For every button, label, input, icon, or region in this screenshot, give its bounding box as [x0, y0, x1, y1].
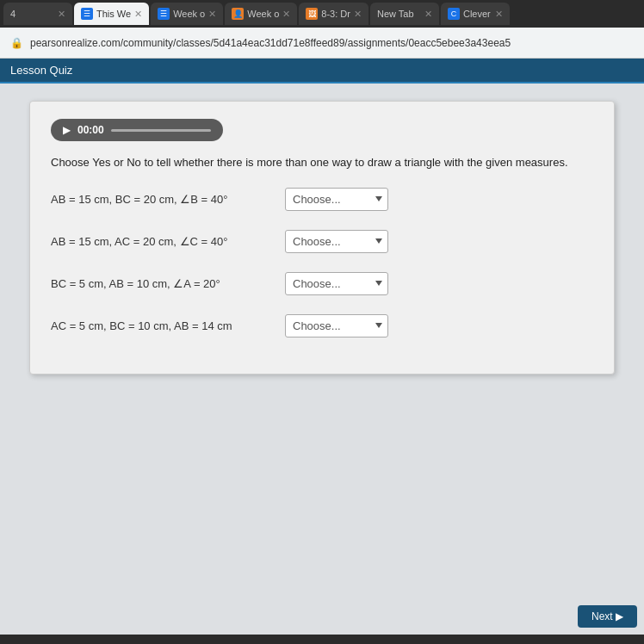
question-text-3: BC = 5 cm, AB = 10 cm, ∠A = 20° — [51, 277, 275, 290]
tab-clever[interactable]: C Clever ✕ — [441, 3, 510, 25]
tab-8-3[interactable]: 🖼 8-3: Dr ✕ — [299, 3, 368, 25]
tab-clever-icon: C — [448, 8, 460, 20]
tab-clever-close[interactable]: ✕ — [495, 9, 503, 20]
tab-week-o-1[interactable]: ☰ Week o ✕ — [151, 3, 223, 25]
question-text-2: AB = 15 cm, AC = 20 cm, ∠C = 40° — [51, 235, 275, 248]
question-select-3[interactable]: Choose... Yes No — [285, 272, 388, 295]
tab-4-close[interactable]: ✕ — [58, 9, 65, 20]
address-bar: 🔒 pearsonrealize.com/community/classes/5… — [0, 28, 644, 59]
question-row-4: AC = 5 cm, BC = 10 cm, AB = 14 cm Choose… — [51, 314, 593, 337]
tab-this-we-icon: ☰ — [81, 8, 93, 20]
tab-new-tab-close[interactable]: ✕ — [424, 9, 432, 20]
tab-week-o-1-close[interactable]: ✕ — [208, 9, 216, 20]
tab-8-3-label: 8-3: Dr — [321, 9, 350, 19]
play-button-icon[interactable]: ▶ — [63, 124, 71, 136]
browser-chrome: 4 ✕ ☰ This We ✕ ☰ Week o ✕ 👤 Week o ✕ 🖼 … — [0, 0, 644, 59]
lesson-title: Lesson Quiz — [10, 64, 72, 77]
question-row-3: BC = 5 cm, AB = 10 cm, ∠A = 20° Choose..… — [51, 272, 593, 295]
tab-week-o-1-label: Week o — [173, 9, 205, 19]
tab-clever-label: Clever — [463, 9, 491, 19]
tab-week-o-2-icon: 👤 — [232, 8, 244, 20]
tab-4[interactable]: 4 ✕ — [3, 3, 72, 25]
question-select-2[interactable]: Choose... Yes No — [285, 230, 388, 253]
audio-player[interactable]: ▶ 00:00 — [51, 119, 223, 141]
tab-8-3-icon: 🖼 — [306, 8, 318, 20]
page-bottom: Next ▶ — [0, 583, 644, 635]
tab-this-we-label: This We — [96, 9, 131, 19]
question-text-1: AB = 15 cm, BC = 20 cm, ∠B = 40° — [51, 193, 275, 206]
audio-progress-bar[interactable] — [111, 129, 211, 132]
question-select-1[interactable]: Choose... Yes No — [285, 188, 388, 211]
question-text-4: AC = 5 cm, BC = 10 cm, AB = 14 cm — [51, 319, 275, 332]
tab-week-o-2-close[interactable]: ✕ — [282, 9, 290, 20]
tab-week-o-1-icon: ☰ — [158, 8, 170, 20]
question-row-2: AB = 15 cm, AC = 20 cm, ∠C = 40° Choose.… — [51, 230, 593, 253]
content-area: ▶ 00:00 Choose Yes or No to tell whether… — [0, 84, 644, 583]
tab-this-we[interactable]: ☰ This We ✕ — [74, 3, 149, 25]
lesson-bar: Lesson Quiz — [0, 59, 644, 84]
next-button[interactable]: Next ▶ — [578, 605, 637, 628]
tab-week-o-2-label: Week o — [247, 9, 279, 19]
quiz-instructions: Choose Yes or No to tell whether there i… — [51, 155, 593, 170]
audio-time: 00:00 — [77, 124, 104, 136]
tab-week-o-2[interactable]: 👤 Week o ✕ — [225, 3, 297, 25]
lock-icon: 🔒 — [10, 37, 23, 49]
tab-8-3-close[interactable]: ✕ — [354, 9, 362, 20]
tab-bar: 4 ✕ ☰ This We ✕ ☰ Week o ✕ 👤 Week o ✕ 🖼 … — [0, 0, 644, 28]
tab-new-tab[interactable]: New Tab ✕ — [370, 3, 439, 25]
tab-new-tab-label: New Tab — [377, 9, 414, 19]
tab-4-label: 4 — [10, 9, 15, 19]
question-select-4[interactable]: Choose... Yes No — [285, 314, 388, 337]
tab-this-we-close[interactable]: ✕ — [134, 9, 142, 20]
question-row-1: AB = 15 cm, BC = 20 cm, ∠B = 40° Choose.… — [51, 188, 593, 211]
address-text[interactable]: pearsonrealize.com/community/classes/5d4… — [30, 37, 634, 49]
quiz-card: ▶ 00:00 Choose Yes or No to tell whether… — [29, 101, 615, 375]
